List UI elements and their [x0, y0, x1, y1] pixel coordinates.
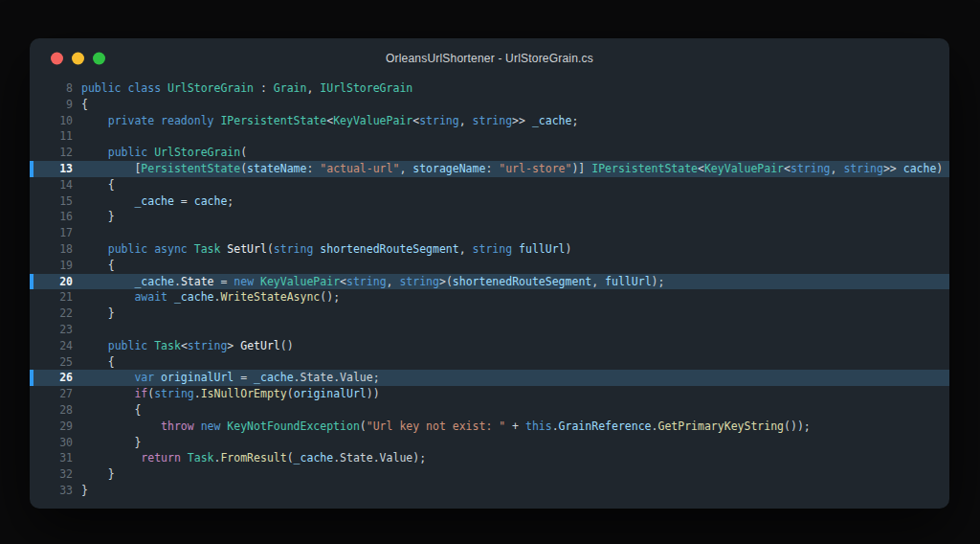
code-token: = [234, 371, 254, 384]
close-button[interactable] [51, 53, 63, 65]
code-token: this [525, 419, 552, 433]
code-line[interactable]: 32 } [30, 466, 949, 483]
code-line[interactable]: 33} [30, 483, 949, 499]
code-line[interactable]: 9{ [30, 97, 949, 113]
code-token: fullUrl [519, 242, 565, 256]
code-line[interactable]: 13 [PersistentState(stateName: "actual-u… [30, 161, 949, 177]
code-text: [PersistentState(stateName: "actual-url"… [73, 161, 943, 177]
code-token: , [399, 162, 412, 175]
code-token: PersistentState [141, 162, 240, 175]
titlebar: OrleansUrlShortener - UrlStoreGrain.cs [30, 38, 949, 79]
code-text: { [73, 258, 115, 274]
code-token: >> [512, 114, 532, 127]
line-number: 16 [30, 209, 73, 225]
code-token [81, 114, 108, 127]
code-line[interactable]: 14 { [30, 177, 949, 193]
code-token: ( [287, 387, 294, 400]
code-token: fullUrl [605, 275, 651, 288]
code-token: , [459, 242, 473, 256]
code-line[interactable]: 26 var originalUrl = _cache.State.Value; [30, 370, 949, 386]
code-token: UrlStoreGrain [154, 146, 240, 159]
line-number: 33 [30, 483, 73, 499]
code-token: KeyNotFoundException [227, 419, 359, 433]
editor-window: OrleansUrlShortener - UrlStoreGrain.cs 8… [30, 38, 949, 509]
code-token: ( [267, 242, 274, 256]
code-line[interactable]: 25 { [30, 354, 949, 371]
code-line[interactable]: 24 public Task<string> GetUrl() [30, 338, 949, 354]
code-token: public async [108, 242, 194, 256]
code-token: , [459, 114, 473, 127]
code-line[interactable]: 17 [30, 225, 949, 241]
code-line[interactable]: 29 throw new KeyNotFoundException("Url k… [30, 419, 949, 435]
code-token [81, 371, 134, 384]
code-token: IPersistentState [591, 162, 698, 175]
code-token [81, 194, 134, 208]
code-token: { [81, 98, 88, 111]
code-line[interactable]: 10 private readonly IPersistentState<Key… [30, 113, 949, 129]
code-token [81, 451, 141, 465]
code-line[interactable]: 12 public UrlStoreGrain( [30, 145, 949, 161]
line-number: 30 [30, 435, 73, 451]
code-token: , [591, 275, 605, 288]
code-line[interactable]: 20 _cache.State = new KeyValuePair<strin… [30, 274, 949, 290]
code-area[interactable]: 8public class UrlStoreGrain : Grain, IUr… [30, 79, 949, 499]
code-token: KeyValuePair [260, 275, 340, 288]
code-token: { [81, 403, 141, 417]
code-token: _cache [174, 290, 214, 304]
code-line[interactable]: 19 { [30, 258, 949, 274]
code-token: >( [439, 275, 453, 288]
code-token: Task [154, 339, 181, 352]
code-token: ( [360, 419, 367, 433]
code-token: . [552, 419, 559, 433]
line-number: 32 [30, 466, 73, 483]
code-token: var [134, 371, 161, 384]
code-token: return [141, 451, 187, 465]
code-token: private readonly [108, 114, 221, 127]
code-text: return Task.FromResult(_cache.State.Valu… [73, 450, 426, 466]
line-number: 17 [30, 225, 73, 241]
code-line[interactable]: 16 } [30, 209, 949, 225]
code-line[interactable]: 23 [30, 322, 949, 338]
code-token: } [81, 484, 88, 497]
code-token: )] [571, 162, 591, 175]
code-text: public UrlStoreGrain( [73, 145, 247, 161]
code-line[interactable]: 28 { [30, 402, 949, 419]
code-token: _cache [532, 114, 572, 127]
zoom-button[interactable] [93, 53, 105, 65]
code-line[interactable]: 18 public async Task SetUrl(string short… [30, 241, 949, 258]
code-line[interactable]: 31 return Task.FromResult(_cache.State.V… [30, 450, 949, 466]
code-token: Task [188, 451, 214, 465]
code-token: ); [652, 275, 665, 288]
code-token: ; [571, 114, 578, 127]
code-text: } [73, 466, 115, 483]
minimize-button[interactable] [72, 53, 84, 65]
line-number: 13 [30, 161, 73, 177]
code-line[interactable]: 8public class UrlStoreGrain : Grain, IUr… [30, 80, 949, 97]
line-number: 15 [30, 193, 73, 210]
code-token: WriteStateAsync [220, 290, 320, 304]
code-token: string [473, 242, 519, 256]
code-token: await [134, 290, 174, 304]
code-line[interactable]: 21 await _cache.WriteStateAsync(); [30, 289, 949, 306]
code-token: FromResult [220, 451, 286, 465]
line-number: 28 [30, 402, 73, 419]
code-line[interactable]: 27 if(string.IsNullOrEmpty(originalUrl)) [30, 386, 949, 402]
code-token: () [280, 339, 294, 352]
code-line[interactable]: 22 } [30, 306, 949, 322]
code-line[interactable]: 11 [30, 128, 949, 145]
code-token: ); [412, 451, 426, 465]
line-number: 29 [30, 419, 73, 435]
code-token: State [181, 275, 214, 288]
code-token: cache [194, 194, 228, 208]
code-line[interactable]: 30 } [30, 435, 949, 451]
code-token: < [181, 339, 188, 352]
code-token: , [306, 81, 320, 95]
code-text: } [73, 306, 115, 322]
code-text [73, 322, 81, 338]
code-token: shortenedRouteSegment [320, 242, 458, 256]
code-text: _cache = cache; [73, 193, 234, 210]
code-token [81, 419, 161, 433]
code-token: GrainReference [559, 419, 652, 433]
code-token: Task [194, 242, 228, 256]
code-line[interactable]: 15 _cache = cache; [30, 193, 949, 210]
